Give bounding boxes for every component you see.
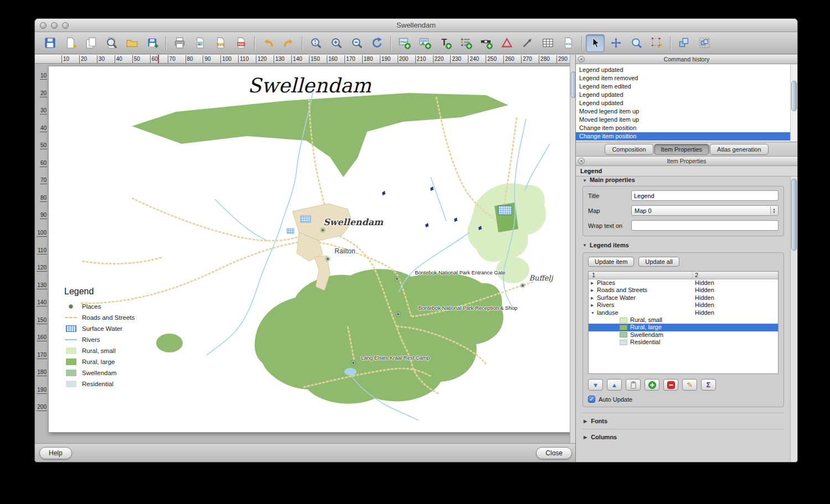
remove-item-button[interactable]	[663, 379, 678, 391]
close-window-button[interactable]	[40, 22, 47, 29]
legend-items-section[interactable]: ▼ Legend items	[582, 242, 784, 248]
move-item-down-button[interactable]: ▼	[588, 379, 603, 391]
expand-triangle-icon[interactable]: ▼	[591, 309, 597, 316]
help-button[interactable]: Help	[39, 447, 72, 459]
section-columns[interactable]: ▶Columns	[582, 429, 784, 445]
sum-button[interactable]: Σ	[701, 379, 716, 391]
tree-row[interactable]: ▶RiversHidden	[589, 302, 778, 309]
add-arrow-icon[interactable]	[518, 34, 537, 52]
command-history-scrollbar[interactable]	[790, 64, 797, 142]
zoom-full-icon[interactable]	[306, 34, 325, 52]
command-history-item[interactable]: Change item position	[576, 124, 790, 132]
h-ruler-tick: 90	[203, 55, 210, 63]
command-history-item[interactable]: Legend updated	[576, 91, 790, 99]
composer-manager-icon[interactable]	[102, 34, 121, 52]
count-features-button[interactable]	[626, 379, 641, 391]
window-title: Swellendam	[396, 21, 436, 29]
edit-item-button[interactable]: ✎	[682, 379, 697, 391]
tree-row[interactable]: Residential	[589, 339, 778, 346]
tab-composition[interactable]: Composition	[605, 144, 653, 155]
command-history-item[interactable]: Legend item edited	[576, 82, 790, 91]
expand-triangle-icon[interactable]: ▶	[591, 287, 597, 294]
add-table-icon[interactable]	[538, 34, 557, 52]
tree-row[interactable]: ▶Surface WaterHidden	[589, 294, 778, 302]
export-pdf-icon[interactable]: PDF	[231, 34, 250, 52]
tab-atlas-generation[interactable]: Atlas generation	[710, 144, 769, 155]
undo-icon[interactable]	[259, 34, 277, 52]
legend-title-input[interactable]	[631, 190, 779, 201]
item-properties-content: ▼ Main properties Title Map Map 0 ▲▼ Wra…	[576, 176, 797, 462]
update-item-button[interactable]: Update item	[588, 257, 634, 267]
save-project-icon[interactable]	[40, 34, 59, 52]
print-icon[interactable]	[170, 34, 189, 52]
map-legend[interactable]: Legend PlacesRoads and StreetsSurface Wa…	[64, 287, 153, 392]
tree-row[interactable]: ▼landuseHidden	[589, 309, 778, 316]
refresh-icon[interactable]	[368, 34, 386, 52]
export-svg-icon[interactable]: SVG	[211, 34, 230, 52]
add-html-icon[interactable]: <>	[559, 34, 578, 52]
item-properties-scrollbar-thumb[interactable]	[791, 179, 797, 251]
minimize-window-button[interactable]	[51, 22, 58, 29]
tree-row[interactable]: Rural, large	[589, 324, 778, 331]
tree-row[interactable]: ▶Roads and StreetsHidden	[589, 287, 778, 294]
move-item-content-icon[interactable]	[606, 34, 625, 52]
add-shape-icon[interactable]	[497, 34, 516, 52]
add-scalebar-icon[interactable]	[477, 34, 496, 52]
command-history-item[interactable]: Change item position	[576, 132, 790, 141]
command-history-item[interactable]: Moved legend item up	[576, 116, 790, 124]
command-history-item[interactable]: Legend item removed	[576, 74, 790, 82]
zoom-window-button[interactable]	[62, 22, 69, 29]
command-history-item[interactable]: Legend updated	[576, 99, 790, 107]
combo-stepper-icon[interactable]: ▲▼	[770, 206, 777, 215]
save-template-icon[interactable]	[143, 34, 162, 52]
map-select[interactable]: Map 0 ▲▼	[631, 205, 779, 216]
main-properties-section[interactable]: ▼ Main properties	[582, 177, 784, 183]
zoom-in-icon[interactable]	[327, 34, 346, 52]
command-history-scrollbar-thumb[interactable]	[791, 81, 797, 111]
item-properties-scrollbar[interactable]	[790, 176, 797, 462]
add-map-icon[interactable]	[395, 34, 414, 52]
duplicate-composer-icon[interactable]	[81, 34, 100, 52]
group-items-icon[interactable]	[695, 34, 714, 52]
close-item-properties-icon[interactable]: ×	[578, 158, 585, 164]
command-history-list[interactable]: Legend updatedLegend item removedLegend …	[576, 64, 797, 142]
map-legend-item: Rural, small	[64, 347, 153, 354]
raise-items-icon[interactable]	[674, 34, 693, 52]
edit-nodes-icon[interactable]	[647, 34, 666, 52]
new-composer-icon[interactable]: ★	[61, 34, 80, 52]
h-ruler-tick: 150	[309, 55, 320, 63]
tree-row[interactable]: Swellendam	[589, 331, 778, 339]
redo-icon[interactable]	[279, 34, 298, 52]
v-ruler-tick: 30	[35, 107, 47, 113]
tree-row[interactable]: Rural, small	[589, 316, 778, 324]
update-all-button[interactable]: Update all	[638, 257, 679, 267]
h-ruler-tick: 50	[132, 55, 140, 63]
zoom-out-icon[interactable]	[347, 34, 366, 52]
add-item-button[interactable]	[645, 379, 659, 391]
section-fonts[interactable]: ▶Fonts	[582, 413, 784, 429]
composition-page[interactable]: Swellendam SwellendamRailtonBontebok Nat…	[48, 66, 571, 433]
tab-item-properties[interactable]: Item Properties	[654, 144, 710, 155]
add-legend-icon[interactable]	[456, 34, 475, 52]
collapse-triangle-icon: ▼	[582, 178, 587, 183]
zoom-item-icon[interactable]	[627, 34, 646, 52]
expand-triangle-icon[interactable]: ▶	[591, 279, 597, 287]
auto-update-checkbox[interactable]: ✓	[588, 396, 595, 403]
tree-row[interactable]: ▶PlacesHidden	[589, 279, 778, 287]
move-item-up-button[interactable]: ▲	[607, 379, 622, 391]
canvas-area[interactable]: 1020304050607080901001101201301401501601…	[35, 55, 576, 443]
legend-items-tree[interactable]: 1 2 ▶PlacesHidden▶Roads and StreetsHidde…	[588, 271, 779, 374]
close-button[interactable]: Close	[536, 447, 572, 459]
export-image-icon[interactable]	[190, 34, 209, 52]
command-history-item[interactable]: Legend updated	[576, 66, 790, 74]
titlebar[interactable]: Swellendam	[35, 19, 797, 32]
wrap-text-input[interactable]	[631, 220, 779, 231]
add-image-icon[interactable]	[415, 34, 434, 52]
select-move-item-icon[interactable]	[586, 34, 605, 52]
expand-triangle-icon[interactable]: ▶	[591, 294, 597, 302]
add-label-icon[interactable]: T	[436, 34, 455, 52]
expand-triangle-icon[interactable]: ▶	[591, 302, 597, 309]
command-history-item[interactable]: Moved legend item up	[576, 107, 790, 116]
load-template-icon[interactable]	[122, 34, 141, 52]
close-panel-icon[interactable]: ×	[578, 56, 585, 63]
